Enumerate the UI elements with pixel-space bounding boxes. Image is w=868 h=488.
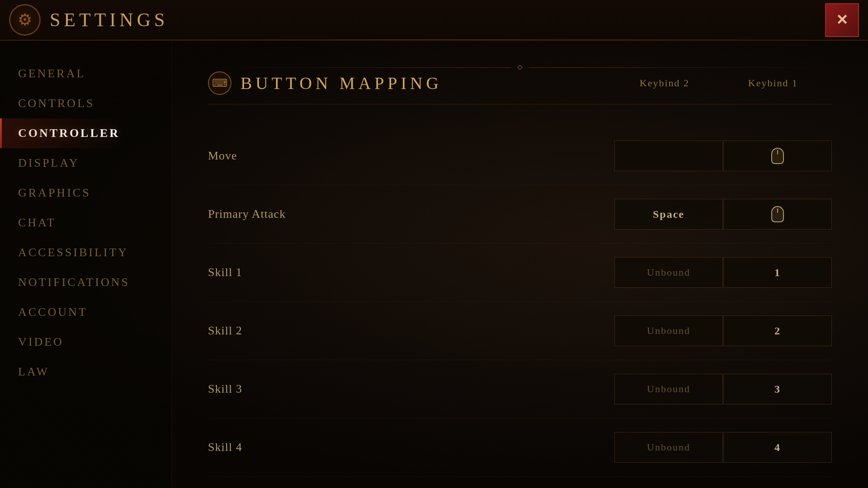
- header-line: [54, 39, 823, 40]
- keybind2-skill2[interactable]: Unbound: [614, 315, 723, 346]
- close-button[interactable]: ✕: [825, 3, 859, 37]
- binding-row-skill2: Skill 2 Unbound 2: [208, 302, 832, 360]
- section-header: ⌨ BUTTON MAPPING Keybind 2 Keybind 1: [208, 71, 832, 104]
- keybind2-move[interactable]: [614, 141, 723, 171]
- binding-label-skill2: Skill 2: [208, 324, 614, 338]
- settings-title: SETTINGS: [50, 9, 168, 31]
- binding-slots-skill4: Unbound 4: [614, 432, 832, 463]
- sidebar-item-graphics[interactable]: GRAPHICS: [0, 178, 171, 208]
- keybind2-skill2-text: Unbound: [647, 325, 690, 337]
- gear-icon-wrapper: ⚙: [9, 4, 41, 36]
- keybind1-skill4-text: 4: [774, 441, 781, 454]
- header: ⚙ SETTINGS ✕: [0, 0, 868, 41]
- col-header-keybind1: Keybind 1: [719, 77, 827, 89]
- settings-window: ⚙ SETTINGS ✕ GENERAL CONTROLS CONTROLLER…: [0, 0, 868, 488]
- sidebar-item-notifications[interactable]: NOTIFICATIONS: [0, 267, 171, 297]
- binding-row-skill1: Skill 1 Unbound 1: [208, 244, 832, 302]
- keybind1-skill3-text: 3: [774, 383, 781, 395]
- keybind1-skill3[interactable]: 3: [723, 374, 832, 404]
- sidebar-item-display[interactable]: DISPLAY: [0, 148, 171, 178]
- keybind2-primary-attack-text: Space: [653, 208, 684, 221]
- keybind1-skill4[interactable]: 4: [723, 432, 832, 463]
- binding-row-skill4: Skill 4 Unbound 4: [208, 418, 832, 477]
- sidebar: GENERAL CONTROLS CONTROLLER DISPLAY GRAP…: [0, 41, 172, 488]
- binding-label-primary-attack: Primary Attack: [208, 207, 614, 221]
- top-separator: [208, 66, 832, 69]
- sidebar-item-chat[interactable]: CHAT: [0, 208, 171, 238]
- binding-row-move: Move: [208, 127, 832, 185]
- sidebar-item-video[interactable]: VIDEO: [0, 327, 171, 357]
- keybind2-skill4[interactable]: Unbound: [614, 432, 723, 463]
- sidebar-item-controls[interactable]: CONTROLS: [0, 89, 171, 118]
- binding-label-skill1: Skill 1: [208, 266, 614, 279]
- content-area: GENERAL CONTROLS CONTROLLER DISPLAY GRAP…: [0, 41, 868, 488]
- sep-line-left: [208, 67, 511, 68]
- keybind1-primary-attack[interactable]: [723, 199, 832, 230]
- keyboard-icon: ⌨: [208, 71, 231, 95]
- keybind1-move[interactable]: [723, 141, 832, 171]
- sidebar-item-general[interactable]: GENERAL: [0, 59, 171, 89]
- keybind1-skill2[interactable]: 2: [723, 315, 832, 346]
- col-header-keybind2: Keybind 2: [610, 77, 719, 89]
- sidebar-item-accessibility[interactable]: ACCESSIBILITY: [0, 238, 171, 267]
- keybind2-primary-attack[interactable]: Space: [614, 199, 723, 230]
- binding-row-primary-attack: Primary Attack Space: [208, 185, 832, 244]
- binding-slots-skill3: Unbound 3: [614, 374, 832, 404]
- mouse-icon-move: [771, 148, 784, 164]
- main-panel: ⌨ BUTTON MAPPING Keybind 2 Keybind 1 Mov…: [172, 41, 868, 488]
- mouse-icon-primary-attack: [771, 206, 784, 222]
- keybind1-skill1-text: 1: [774, 267, 781, 279]
- sidebar-item-account[interactable]: ACCOUNT: [0, 297, 171, 327]
- keybind2-skill3[interactable]: Unbound: [614, 374, 723, 404]
- gear-icon: ⚙: [18, 10, 32, 29]
- keybind1-skill2-text: 2: [774, 325, 781, 337]
- binding-slots-skill2: Unbound 2: [614, 315, 832, 346]
- keybind2-skill1-text: Unbound: [647, 267, 690, 278]
- binding-slots-move: [614, 141, 832, 171]
- binding-slots-primary-attack: Space: [614, 199, 832, 230]
- binding-row-skill3: Skill 3 Unbound 3: [208, 360, 832, 418]
- keybind2-skill4-text: Unbound: [647, 441, 690, 453]
- binding-label-skill3: Skill 3: [208, 382, 614, 396]
- header-left: ⚙ SETTINGS: [9, 4, 168, 36]
- keybind2-skill1[interactable]: Unbound: [614, 257, 723, 288]
- binding-label-move: Move: [208, 149, 614, 163]
- sidebar-item-controller[interactable]: CONTROLLER: [0, 118, 171, 148]
- sidebar-item-law[interactable]: LAW: [0, 357, 171, 387]
- sep-line-right: [528, 67, 832, 68]
- keybind1-skill1[interactable]: 1: [723, 257, 832, 288]
- binding-rows: Move Primary Attack: [208, 127, 832, 477]
- binding-label-skill4: Skill 4: [208, 441, 614, 454]
- keybind2-skill3-text: Unbound: [647, 383, 690, 395]
- sep-diamond-1: [517, 65, 522, 70]
- section-title: BUTTON MAPPING: [241, 73, 442, 93]
- binding-slots-skill1: Unbound 1: [614, 257, 832, 288]
